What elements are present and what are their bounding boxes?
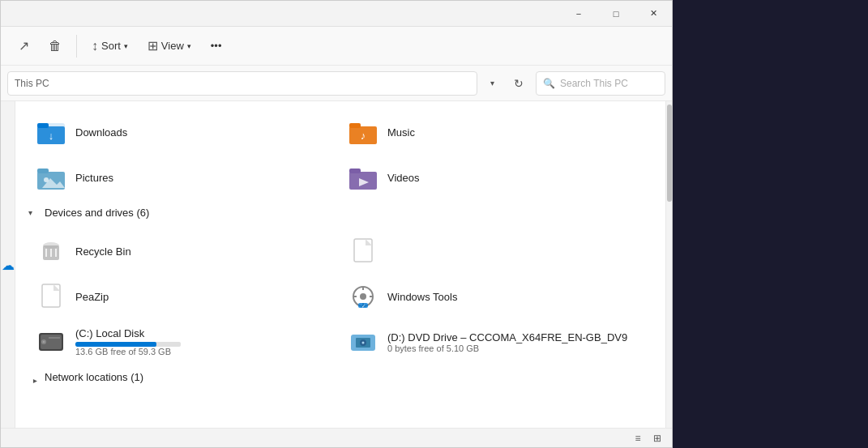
share-button[interactable]: ↗ [11, 34, 37, 58]
search-box[interactable]: 🔍 Search This PC [536, 71, 665, 96]
more-button[interactable]: ••• [203, 36, 230, 56]
svg-rect-8 [37, 169, 49, 173]
cloud-icon: ☁ [2, 257, 15, 272]
music-folder-icon: ♪ [347, 116, 379, 148]
folder-pictures[interactable]: Pictures [28, 156, 340, 198]
search-placeholder: Search This PC [560, 78, 628, 89]
sort-button[interactable]: ↕ Sort ▾ [83, 35, 136, 58]
svg-text:↓: ↓ [49, 130, 54, 142]
recycle-bin-icon [35, 235, 67, 267]
peazip-icon [35, 280, 67, 313]
svg-point-40 [362, 342, 365, 344]
delete-button[interactable]: 🗑 [41, 35, 70, 58]
peazip-info: PeaZip [75, 291, 109, 303]
downloads-name: Downloads [75, 126, 127, 139]
maximize-button[interactable]: □ [597, 1, 635, 27]
music-info: Music [387, 126, 415, 139]
toolbar-separator [76, 35, 77, 58]
downloads-info: Downloads [75, 126, 127, 139]
address-field[interactable]: This PC [7, 71, 477, 96]
view-label: View [161, 40, 184, 52]
videos-info: Videos [387, 172, 420, 184]
recycle-bin[interactable]: Recycle Bin [28, 230, 340, 272]
folder-music[interactable]: ♪ Music [340, 111, 652, 153]
devices-drives-header[interactable]: ▾ Devices and drives (6) [28, 205, 652, 220]
dvd-drive-info: (D:) DVD Drive – CCCOMA_X64FRE_EN-GB_DV9… [387, 331, 627, 353]
network-locations-header[interactable]: ▾ Network locations (1) [28, 369, 652, 385]
pictures-name: Pictures [75, 172, 113, 184]
svg-point-24 [360, 293, 366, 300]
music-name: Music [387, 126, 415, 139]
svg-point-34 [43, 341, 45, 343]
peazip-item[interactable]: PeaZip [28, 275, 340, 318]
windows-tools-icon: ✓ [347, 280, 379, 313]
svg-text:♪: ♪ [361, 130, 366, 142]
devices-drives-title: Devices and drives (6) [45, 207, 149, 219]
dvd-drive-icon [347, 326, 379, 358]
view-chevron-icon: ▾ [187, 42, 191, 50]
scrollbar-thumb[interactable] [667, 105, 672, 202]
downloads-folder-icon: ↓ [35, 116, 67, 148]
devices-chevron-icon: ▾ [28, 208, 40, 217]
grid-view-button[interactable]: ⊞ [649, 430, 665, 446]
addressbar: This PC ▾ ↻ 🔍 Search This PC [1, 66, 672, 101]
address-text: This PC [15, 78, 49, 89]
folder-videos[interactable]: Videos [340, 156, 652, 198]
sort-icon: ↕ [92, 39, 98, 53]
list-view-button[interactable]: ≡ [630, 430, 646, 446]
toolbar: ↗ 🗑 ↕ Sort ▾ ⊞ View ▾ ••• [1, 27, 672, 66]
local-disk-detail: 13.6 GB free of 59.3 GB [75, 347, 181, 356]
search-icon: 🔍 [543, 78, 555, 89]
close-button[interactable]: ✕ [635, 1, 672, 27]
folder-downloads[interactable]: ↓ Downloads [28, 111, 340, 153]
local-disk-name: (C:) Local Disk [75, 327, 181, 339]
drives-grid: Recycle Bin [28, 230, 652, 363]
sort-label: Sort [101, 40, 121, 52]
more-label: ••• [211, 40, 222, 52]
svg-text:✓: ✓ [361, 304, 366, 309]
view-icon: ⊞ [148, 38, 158, 53]
windows-tools-item[interactable]: ✓ Windows Tools [340, 275, 652, 318]
pictures-info: Pictures [75, 172, 113, 184]
address-dropdown-icon[interactable]: ▾ [482, 71, 502, 96]
peazip-name: PeaZip [75, 291, 109, 303]
minimize-button[interactable]: − [560, 1, 597, 27]
recycle-name: Recycle Bin [75, 245, 131, 258]
empty-file-item[interactable] [340, 230, 652, 272]
videos-folder-icon [347, 161, 379, 194]
svg-rect-21 [42, 284, 60, 307]
svg-rect-5 [349, 123, 361, 128]
main-content: ↓ Downloads ♪ [15, 101, 665, 428]
share-icon: ↗ [19, 38, 29, 53]
network-chevron-icon: ▾ [30, 372, 39, 383]
trash-icon: 🗑 [49, 39, 62, 53]
svg-rect-2 [37, 123, 49, 128]
local-disk-c[interactable]: (C:) Local Disk 13.6 GB free of 59.3 GB [28, 321, 340, 363]
videos-name: Videos [387, 172, 420, 184]
folders-grid: ↓ Downloads ♪ [28, 111, 652, 198]
local-disk-info: (C:) Local Disk 13.6 GB free of 59.3 GB [75, 327, 181, 356]
refresh-button[interactable]: ↻ [507, 71, 531, 96]
pictures-folder-icon [35, 161, 67, 194]
dvd-drive-name: (D:) DVD Drive – CCCOMA_X64FRE_EN-GB_DV9 [387, 331, 627, 343]
network-locations-title: Network locations (1) [45, 371, 143, 383]
svg-rect-19 [354, 239, 372, 262]
content-area: ☁ ↓ Downloads [1, 101, 672, 428]
windows-tools-info: Windows Tools [387, 291, 457, 303]
svg-rect-12 [349, 169, 361, 173]
local-disk-icon [35, 326, 67, 358]
dvd-drive-d[interactable]: (D:) DVD Drive – CCCOMA_X64FRE_EN-GB_DV9… [340, 321, 652, 363]
recycle-info: Recycle Bin [75, 245, 131, 258]
empty-file-icon [347, 235, 379, 267]
view-button[interactable]: ⊞ View ▾ [139, 34, 199, 58]
sort-chevron-icon: ▾ [124, 42, 128, 50]
file-explorer-window: − □ ✕ ↗ 🗑 ↕ Sort ▾ ⊞ View ▾ ••• This PC … [0, 0, 673, 448]
dvd-drive-detail: 0 bytes free of 5.10 GB [387, 343, 627, 353]
windows-tools-name: Windows Tools [387, 291, 457, 303]
titlebar: − □ ✕ [1, 1, 672, 27]
left-sidebar: ☁ [1, 101, 15, 428]
scrollbar[interactable] [665, 101, 672, 428]
statusbar: ≡ ⊞ [1, 428, 672, 447]
